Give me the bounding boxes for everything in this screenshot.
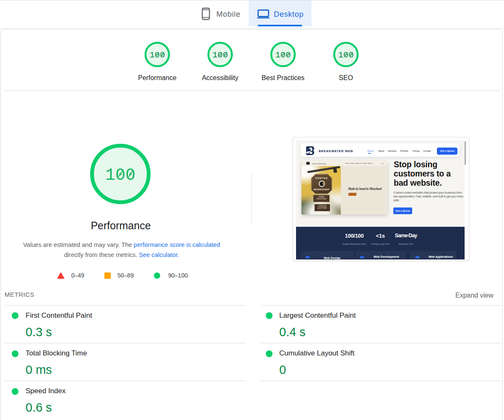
- svg-text:100: 100: [275, 50, 291, 60]
- svg-text:100: 100: [105, 166, 135, 185]
- svg-text:100: 100: [338, 50, 354, 60]
- svg-text:100: 100: [213, 50, 228, 60]
- svg-text:100: 100: [150, 50, 165, 60]
